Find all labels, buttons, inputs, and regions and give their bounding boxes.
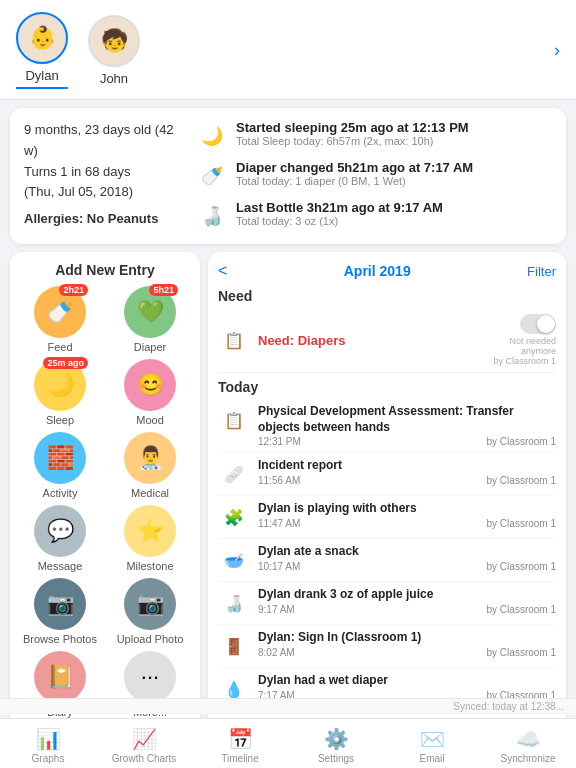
nav-item-settings[interactable]: ⚙️ Settings bbox=[288, 727, 384, 764]
entry-item-activity[interactable]: 🧱 Activity bbox=[18, 432, 102, 499]
info-entry-main-2: Last Bottle 3h21m ago at 9:17 AM bbox=[236, 200, 443, 215]
entry-item-sleep[interactable]: 🌙 25m ago Sleep bbox=[18, 359, 102, 426]
entry-emoji-3: 😊 bbox=[137, 372, 164, 398]
entry-emoji-6: 💬 bbox=[47, 518, 74, 544]
activity-by-3: by Classroom 1 bbox=[487, 561, 556, 572]
info-entry-text-0: Started sleeping 25m ago at 12:13 PM Tot… bbox=[236, 120, 469, 147]
entry-icon-circle-8: 📷 bbox=[34, 578, 86, 630]
add-entry-title: Add New Entry bbox=[18, 262, 192, 278]
entry-icon-circle-4: 🧱 bbox=[34, 432, 86, 484]
need-title: Need: Diapers bbox=[258, 333, 485, 348]
entry-icon-circle-6: 💬 bbox=[34, 505, 86, 557]
add-entry-panel: Add New Entry 🍼 2h21 Feed 💚 5h21 Diaper … bbox=[10, 252, 200, 749]
activity-time-3: 10:17 AM bbox=[258, 561, 300, 572]
need-section-label: Need bbox=[218, 288, 556, 304]
child-dylan[interactable]: 👶 Dylan bbox=[16, 12, 68, 89]
entry-grid: 🍼 2h21 Feed 💚 5h21 Diaper 🌙 25m ago Slee… bbox=[18, 286, 192, 718]
need-diaper-icon: 📋 bbox=[218, 324, 250, 356]
need-item: 📋 Need: Diapers Not neededanymore by Cla… bbox=[218, 308, 556, 373]
activity-icon-3: 🥣 bbox=[218, 544, 250, 576]
entry-label-7: Milestone bbox=[126, 560, 173, 572]
entry-emoji-1: 💚 bbox=[137, 299, 164, 325]
activity-content-6: Dylan had a wet diaper 7:17 AM by Classr… bbox=[258, 673, 556, 701]
activity-meta-3: 10:17 AM by Classroom 1 bbox=[258, 561, 556, 572]
activity-content-3: Dylan ate a snack 10:17 AM by Classroom … bbox=[258, 544, 556, 572]
entry-item-diaper[interactable]: 💚 5h21 Diaper bbox=[108, 286, 192, 353]
need-text: Need: Diapers bbox=[258, 333, 485, 348]
calendar-header: < April 2019 Filter bbox=[218, 262, 556, 280]
activity-meta-2: 11:47 AM by Classroom 1 bbox=[258, 518, 556, 529]
nav-item-growth-charts[interactable]: 📈 Growth Charts bbox=[96, 727, 192, 764]
nav-label-1: Growth Charts bbox=[112, 753, 176, 764]
entry-icon-circle-1: 💚 5h21 bbox=[124, 286, 176, 338]
nav-label-2: Timeline bbox=[221, 753, 258, 764]
nav-item-timeline[interactable]: 📅 Timeline bbox=[192, 727, 288, 764]
entry-item-upload-photo[interactable]: 📷 Upload Photo bbox=[108, 578, 192, 645]
middle-section: Add New Entry 🍼 2h21 Feed 💚 5h21 Diaper … bbox=[10, 252, 566, 749]
activity-list-item[interactable]: 🍶 Dylan drank 3 oz of apple juice 9:17 A… bbox=[218, 582, 556, 625]
entry-badge-1: 5h21 bbox=[149, 284, 178, 296]
activity-icon-2: 🧩 bbox=[218, 501, 250, 533]
activity-title-2: Dylan is playing with others bbox=[258, 501, 556, 517]
info-entry-0: 🌙 Started sleeping 25m ago at 12:13 PM T… bbox=[196, 120, 552, 152]
entry-emoji-8: 📷 bbox=[47, 591, 74, 617]
entry-icon-circle-10: 📔 bbox=[34, 651, 86, 703]
entry-label-9: Upload Photo bbox=[117, 633, 184, 645]
cal-month-title: April 2019 bbox=[344, 263, 411, 279]
child-john[interactable]: 🧒 John bbox=[88, 15, 140, 86]
entry-label-2: Sleep bbox=[46, 414, 74, 426]
chevron-right-icon[interactable]: › bbox=[554, 40, 560, 61]
by-classroom-need: by Classroom 1 bbox=[493, 356, 556, 366]
activity-content-1: Incident report 11:56 AM by Classroom 1 bbox=[258, 458, 556, 486]
nav-item-email[interactable]: ✉️ Email bbox=[384, 727, 480, 764]
activity-time-1: 11:56 AM bbox=[258, 475, 300, 486]
entry-item-milestone[interactable]: ⭐ Milestone bbox=[108, 505, 192, 572]
entry-label-4: Activity bbox=[43, 487, 78, 499]
activity-icon-0: 📋 bbox=[218, 404, 250, 436]
activity-by-1: by Classroom 1 bbox=[487, 475, 556, 486]
nav-item-graphs[interactable]: 📊 Graphs bbox=[0, 727, 96, 764]
activity-by-0: by Classroom 1 bbox=[487, 436, 556, 447]
entry-label-5: Medical bbox=[131, 487, 169, 499]
activity-list-item[interactable]: 🧩 Dylan is playing with others 11:47 AM … bbox=[218, 496, 556, 539]
need-toggle[interactable] bbox=[520, 314, 556, 334]
activity-list: 📋 Physical Development Assessment: Trans… bbox=[218, 399, 556, 739]
activity-content-2: Dylan is playing with others 11:47 AM by… bbox=[258, 501, 556, 529]
entry-item-mood[interactable]: 😊 Mood bbox=[108, 359, 192, 426]
info-entry-icon-1: 🍼 bbox=[196, 160, 228, 192]
info-entry-text-1: Diaper changed 5h21m ago at 7:17 AM Tota… bbox=[236, 160, 473, 187]
avatar-john: 🧒 bbox=[88, 15, 140, 67]
activity-list-item[interactable]: 🩹 Incident report 11:56 AM by Classroom … bbox=[218, 453, 556, 496]
nav-label-4: Email bbox=[419, 753, 444, 764]
entry-badge-2: 25m ago bbox=[43, 357, 88, 369]
activity-time-4: 9:17 AM bbox=[258, 604, 295, 615]
entry-item-browse-photos[interactable]: 📷 Browse Photos bbox=[18, 578, 102, 645]
nav-item-synchronize[interactable]: ☁️ Synchronize bbox=[480, 727, 576, 764]
cal-prev-button[interactable]: < bbox=[218, 262, 227, 280]
activity-meta-4: 9:17 AM by Classroom 1 bbox=[258, 604, 556, 615]
info-entry-sub-0: Total Sleep today: 6h57m (2x, max: 10h) bbox=[236, 135, 469, 147]
activity-list-item[interactable]: 🥣 Dylan ate a snack 10:17 AM by Classroo… bbox=[218, 539, 556, 582]
entry-icon-circle-0: 🍼 2h21 bbox=[34, 286, 86, 338]
activity-title-0: Physical Development Assessment: Transfe… bbox=[258, 404, 556, 435]
nav-icon-5: ☁️ bbox=[516, 727, 541, 751]
not-needed-label: Not neededanymore bbox=[509, 336, 556, 356]
entry-emoji-0: 🍼 bbox=[47, 299, 74, 325]
bottom-nav: 📊 Graphs 📈 Growth Charts 📅 Timeline ⚙️ S… bbox=[0, 718, 576, 768]
info-card: 9 months, 23 days old (42 w) Turns 1 in … bbox=[10, 108, 566, 244]
entry-icon-circle-5: 👨‍⚕️ bbox=[124, 432, 176, 484]
entry-item-medical[interactable]: 👨‍⚕️ Medical bbox=[108, 432, 192, 499]
activity-list-item[interactable]: 📋 Physical Development Assessment: Trans… bbox=[218, 399, 556, 453]
cal-filter-button[interactable]: Filter bbox=[527, 264, 556, 279]
entry-label-6: Message bbox=[38, 560, 83, 572]
entry-item-message[interactable]: 💬 Message bbox=[18, 505, 102, 572]
entry-label-3: Mood bbox=[136, 414, 164, 426]
entry-item-feed[interactable]: 🍼 2h21 Feed bbox=[18, 286, 102, 353]
age-line2: Turns 1 in 68 days bbox=[24, 162, 184, 183]
entry-emoji-2: 🌙 bbox=[47, 372, 74, 398]
child-john-name: John bbox=[100, 71, 128, 86]
info-entry-2: 🍶 Last Bottle 3h21m ago at 9:17 AM Total… bbox=[196, 200, 552, 232]
activity-by-2: by Classroom 1 bbox=[487, 518, 556, 529]
activity-content-0: Physical Development Assessment: Transfe… bbox=[258, 404, 556, 447]
activity-list-item[interactable]: 🚪 Dylan: Sign In (Classroom 1) 8:02 AM b… bbox=[218, 625, 556, 668]
